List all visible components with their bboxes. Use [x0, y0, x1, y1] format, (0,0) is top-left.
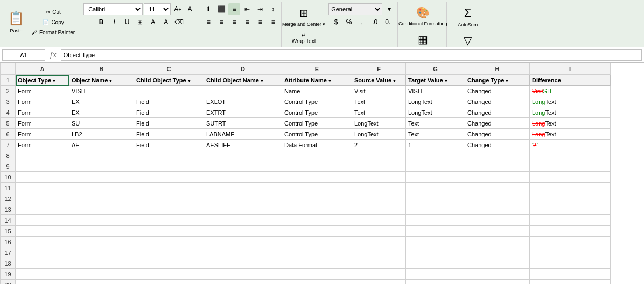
text-direction-button[interactable]: ↕	[267, 3, 279, 15]
cell-r3c2[interactable]: Field	[134, 96, 204, 107]
fill-color-button[interactable]: A	[147, 16, 159, 28]
empty-cell-r16c0[interactable]	[16, 237, 69, 247]
empty-cell-r13c4[interactable]	[282, 204, 352, 215]
empty-cell-r14c2[interactable]	[134, 215, 204, 226]
empty-cell-r17c5[interactable]	[352, 247, 406, 258]
comma-button[interactable]: ,	[356, 16, 368, 28]
cell-r5c7[interactable]: Changed	[465, 118, 530, 129]
increase-font-button[interactable]: A+	[172, 3, 184, 15]
auto-sum-button[interactable]: Σ AutoSum	[450, 3, 485, 30]
empty-cell-r15c4[interactable]	[282, 226, 352, 237]
empty-cell-r8c4[interactable]	[282, 150, 352, 161]
align-hcenter-button[interactable]: ≡	[215, 16, 227, 28]
header-cell-0[interactable]: Object Type ▾	[16, 75, 69, 86]
cell-r2c6[interactable]: VISIT	[406, 86, 465, 96]
decrease-font-button[interactable]: A-	[185, 3, 197, 15]
empty-cell-r9c4[interactable]	[282, 161, 352, 172]
align-middle-button[interactable]: ⬛	[215, 3, 227, 15]
empty-cell-r20c4[interactable]	[282, 280, 352, 285]
cell-r2c4[interactable]: Name	[282, 86, 352, 96]
empty-cell-r20c2[interactable]	[134, 280, 204, 285]
cell-r6c1[interactable]: LB2	[69, 129, 134, 140]
empty-cell-r18c1[interactable]	[69, 258, 134, 269]
empty-cell-r10c5[interactable]	[352, 172, 406, 183]
empty-cell-r18c8[interactable]	[530, 258, 611, 269]
empty-cell-r11c2[interactable]	[134, 183, 204, 193]
diff-cell-r7[interactable]: '21	[530, 140, 611, 150]
empty-cell-r15c7[interactable]	[465, 226, 530, 237]
align-left-button[interactable]: ≡	[202, 16, 214, 28]
cell-r3c0[interactable]: Form	[16, 96, 69, 107]
cell-r5c3[interactable]: SUTRT	[204, 118, 282, 129]
align-justify-button[interactable]: ≡	[254, 16, 266, 28]
empty-cell-r12c4[interactable]	[282, 193, 352, 204]
empty-cell-r15c6[interactable]	[406, 226, 465, 237]
empty-cell-r20c5[interactable]	[352, 280, 406, 285]
font-color-button[interactable]: A	[160, 16, 172, 28]
cell-r3c5[interactable]: Text	[352, 96, 406, 107]
empty-cell-r19c6[interactable]	[406, 269, 465, 280]
empty-cell-r8c8[interactable]	[530, 150, 611, 161]
currency-button[interactable]: $	[330, 16, 342, 28]
empty-cell-r17c4[interactable]	[282, 247, 352, 258]
col-header-d[interactable]: D	[204, 63, 282, 75]
cut-button[interactable]: ✂ Cut	[29, 8, 78, 17]
cell-r4c4[interactable]: Control Type	[282, 107, 352, 118]
empty-cell-r19c8[interactable]	[530, 269, 611, 280]
empty-cell-r16c3[interactable]	[204, 237, 282, 247]
number-format-dropdown[interactable]: ▾	[383, 3, 395, 15]
diff-cell-r6[interactable]: LongText	[530, 129, 611, 140]
empty-cell-r17c6[interactable]	[406, 247, 465, 258]
cell-r2c0[interactable]: Form	[16, 86, 69, 96]
empty-cell-r17c8[interactable]	[530, 247, 611, 258]
cell-r6c6[interactable]: Text	[406, 129, 465, 140]
indent-increase-button[interactable]: ⇥	[254, 3, 266, 15]
empty-cell-r20c0[interactable]	[16, 280, 69, 285]
header-cell-1[interactable]: Object Name ▾	[69, 75, 134, 86]
cell-r3c1[interactable]: EX	[69, 96, 134, 107]
empty-cell-r10c2[interactable]	[134, 172, 204, 183]
wrap-text-button[interactable]: ↵ Wrap Text	[289, 31, 319, 46]
empty-cell-r12c5[interactable]	[352, 193, 406, 204]
empty-cell-r18c0[interactable]	[16, 258, 69, 269]
cell-r4c1[interactable]: EX	[69, 107, 134, 118]
empty-cell-r11c4[interactable]	[282, 183, 352, 193]
empty-cell-r16c4[interactable]	[282, 237, 352, 247]
empty-cell-r10c3[interactable]	[204, 172, 282, 183]
empty-cell-r8c1[interactable]	[69, 150, 134, 161]
cell-r3c6[interactable]: LongText	[406, 96, 465, 107]
empty-cell-r12c3[interactable]	[204, 193, 282, 204]
empty-cell-r11c6[interactable]	[406, 183, 465, 193]
empty-cell-r19c1[interactable]	[69, 269, 134, 280]
align-center-active-button[interactable]: ≡	[228, 3, 240, 15]
empty-cell-r13c0[interactable]	[16, 204, 69, 215]
header-cell-2[interactable]: Child Object Type ▾	[134, 75, 204, 86]
empty-cell-r16c1[interactable]	[69, 237, 134, 247]
empty-cell-r8c5[interactable]	[352, 150, 406, 161]
empty-cell-r18c4[interactable]	[282, 258, 352, 269]
empty-cell-r9c5[interactable]	[352, 161, 406, 172]
empty-cell-r9c2[interactable]	[134, 161, 204, 172]
formula-input[interactable]	[61, 49, 642, 61]
empty-cell-r19c5[interactable]	[352, 269, 406, 280]
diff-cell-r4[interactable]: LongText	[530, 107, 611, 118]
empty-cell-r13c6[interactable]	[406, 204, 465, 215]
empty-cell-r8c2[interactable]	[134, 150, 204, 161]
empty-cell-r13c3[interactable]	[204, 204, 282, 215]
empty-cell-r14c5[interactable]	[352, 215, 406, 226]
empty-cell-r17c1[interactable]	[69, 247, 134, 258]
clear-button[interactable]: ⌫	[173, 16, 185, 28]
paste-button[interactable]: 📋 Paste	[4, 3, 28, 41]
cell-r6c0[interactable]: Form	[16, 129, 69, 140]
diff-cell-r2[interactable]: VisitSIT	[530, 86, 611, 96]
borders-button[interactable]: ⊞	[134, 16, 146, 28]
cell-r7c7[interactable]: Changed	[465, 140, 530, 150]
cell-r5c6[interactable]: Text	[406, 118, 465, 129]
cell-r7c1[interactable]: AE	[69, 140, 134, 150]
align-distribute-button[interactable]: ≡	[267, 16, 279, 28]
col-header-c[interactable]: C	[134, 63, 204, 75]
empty-cell-r20c1[interactable]	[69, 280, 134, 285]
bold-button[interactable]: B	[95, 16, 107, 28]
cell-r5c0[interactable]: Form	[16, 118, 69, 129]
empty-cell-r16c5[interactable]	[352, 237, 406, 247]
